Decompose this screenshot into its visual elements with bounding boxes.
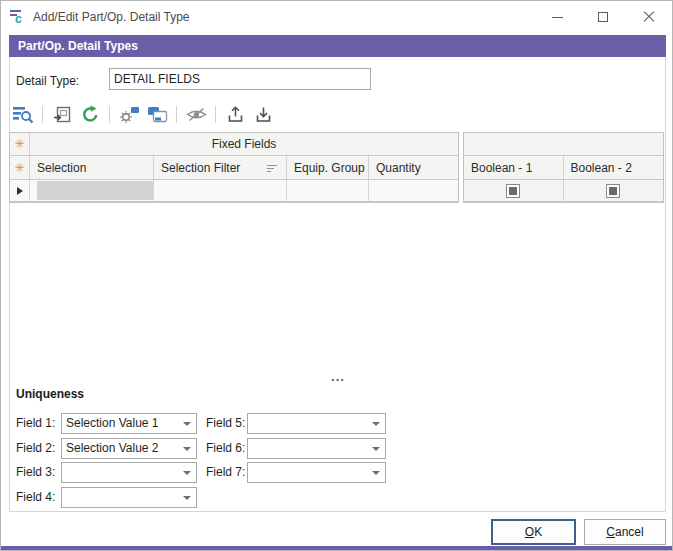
cell-quantity[interactable]: [369, 180, 458, 202]
gutter-cell: ✳: [10, 133, 30, 156]
chevron-down-icon: [367, 422, 385, 426]
chevron-down-icon: [178, 496, 196, 500]
field-2-label: Field 2:: [16, 438, 55, 459]
active-cell-highlight: [37, 181, 153, 200]
layout-windows-icon[interactable]: [144, 102, 170, 126]
field-1-select[interactable]: Selection Value 1: [61, 413, 197, 434]
maximize-button[interactable]: [580, 1, 626, 33]
field-4-label: Field 4:: [16, 487, 55, 508]
close-icon: [643, 11, 655, 23]
toolbar-separator: [109, 106, 110, 123]
grid-toolbar: [9, 101, 277, 127]
add-edit-detail-type-dialog: c Add/Edit Part/Op. Detail Type Part/Op.…: [0, 0, 673, 551]
field-5-select[interactable]: [247, 413, 386, 434]
new-row-marker-icon: ✳: [14, 138, 24, 150]
import-icon[interactable]: [250, 102, 276, 126]
cell-boolean-1: [464, 180, 564, 202]
cell-equip-group[interactable]: [287, 180, 369, 202]
detail-type-input[interactable]: [109, 68, 371, 90]
boolean-2-checkbox[interactable]: [606, 184, 620, 198]
new-row-marker-icon: ✳: [14, 162, 24, 174]
column-header-selection-filter[interactable]: Selection Filter: [154, 156, 287, 180]
column-header-boolean-1[interactable]: Boolean - 1: [464, 156, 564, 180]
app-logo-icon: c: [9, 8, 27, 26]
toolbar-separator: [215, 106, 216, 123]
field-7-select[interactable]: [247, 462, 386, 483]
gutter-cell: ✳: [10, 156, 30, 180]
column-header-row: ✳ Selection Selection Filter Equip. Grou…: [10, 156, 458, 180]
column-header-boolean-2[interactable]: Boolean - 2: [564, 156, 664, 180]
cancel-button[interactable]: Cancel: [584, 519, 666, 545]
dialog-bottom-accent: [1, 546, 672, 550]
field-2-select[interactable]: Selection Value 2: [61, 438, 197, 459]
current-row-arrow-icon: [17, 187, 23, 195]
title-bar: c Add/Edit Part/Op. Detail Type: [1, 1, 672, 33]
cell-boolean-2: [564, 180, 664, 202]
field-3-select[interactable]: [61, 462, 197, 483]
detail-fields-grid-fixed: ✳ Fixed Fields ✳ Selection Selection Fil…: [9, 132, 459, 203]
hide-columns-icon[interactable]: [183, 102, 209, 126]
indeterminate-mark: [509, 187, 517, 195]
section-header: Part/Op. Detail Types: [9, 35, 666, 57]
minimize-button[interactable]: [534, 1, 580, 33]
group-header-boolean: [464, 133, 663, 156]
ok-button[interactable]: OK: [491, 519, 576, 545]
filter-icon[interactable]: [267, 165, 277, 174]
refresh-icon[interactable]: [77, 102, 103, 126]
chevron-down-icon: [367, 471, 385, 475]
field-7-label: Field 7:: [206, 462, 245, 483]
group-header-row: [464, 133, 663, 156]
chevron-down-icon: [178, 447, 196, 451]
boolean-1-checkbox[interactable]: [506, 184, 520, 198]
column-header-quantity[interactable]: Quantity: [369, 156, 458, 180]
chevron-down-icon: [367, 447, 385, 451]
indeterminate-mark: [609, 187, 617, 195]
detail-fields-grid-boolean: Boolean - 1 Boolean - 2: [463, 132, 664, 203]
splitter-handle[interactable]: ...: [325, 369, 351, 384]
group-header-fixed-fields: Fixed Fields: [30, 133, 458, 156]
cell-selection[interactable]: [30, 180, 154, 202]
grid-data-row: [464, 180, 663, 202]
toolbar-separator: [176, 106, 177, 123]
maximize-icon: [598, 12, 608, 22]
field-5-label: Field 5:: [206, 413, 245, 434]
toolbar-separator: [42, 106, 43, 123]
row-indicator-cell: [10, 180, 30, 202]
edit-form-icon[interactable]: [49, 102, 75, 126]
group-header-row: ✳ Fixed Fields: [10, 133, 458, 156]
column-header-row: Boolean - 1 Boolean - 2: [464, 156, 663, 180]
chevron-down-icon: [178, 471, 196, 475]
export-icon[interactable]: [222, 102, 248, 126]
column-header-selection[interactable]: Selection: [30, 156, 154, 180]
uniqueness-title: Uniqueness: [16, 387, 84, 401]
close-button[interactable]: [626, 1, 672, 33]
minimize-icon: [552, 17, 563, 18]
field-1-label: Field 1:: [16, 413, 55, 434]
field-4-select[interactable]: [61, 487, 197, 508]
cell-selection-filter[interactable]: [154, 180, 287, 202]
field-3-label: Field 3:: [16, 462, 55, 483]
chevron-down-icon: [178, 422, 196, 426]
window-title: Add/Edit Part/Op. Detail Type: [33, 1, 190, 33]
detail-type-label: Detail Type:: [16, 71, 79, 91]
find-panel-icon[interactable]: [10, 102, 36, 126]
field-6-label: Field 6:: [206, 438, 245, 459]
column-header-equip-group[interactable]: Equip. Group: [287, 156, 369, 180]
grid-data-row: [10, 180, 458, 202]
field-6-select[interactable]: [247, 438, 386, 459]
column-chooser-icon[interactable]: [116, 102, 142, 126]
